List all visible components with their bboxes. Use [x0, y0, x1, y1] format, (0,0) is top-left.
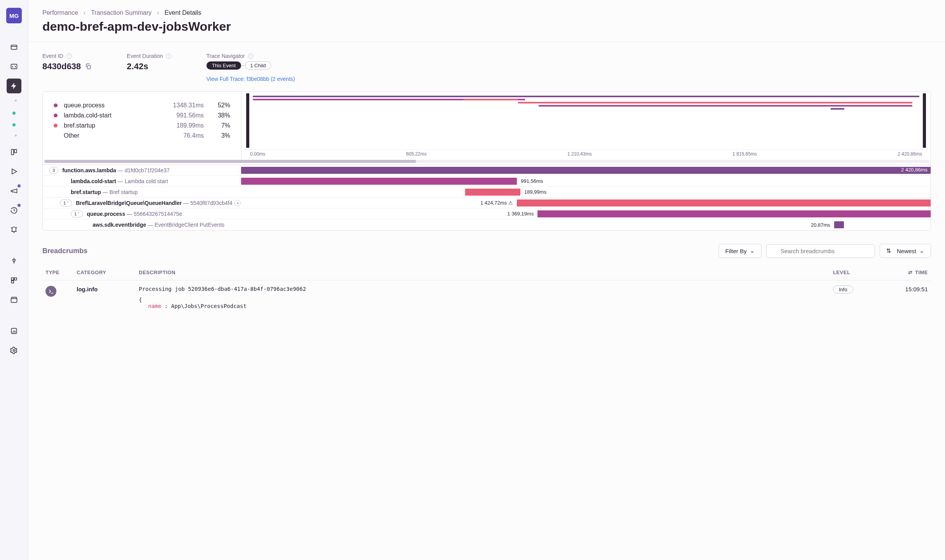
terminal-icon	[46, 286, 56, 297]
op-row: bref.startup 189.99ms 7%	[54, 121, 230, 131]
breadcrumb-item[interactable]: Performance	[42, 9, 78, 16]
breadcrumbs-section: Breadcrumbs Filter By⌄ ⇅Newest⌄ TYPE CAT…	[28, 240, 945, 315]
op-row: lambda.cold-start 991.56ms 38%	[54, 110, 230, 121]
svg-rect-3	[14, 149, 17, 152]
svg-rect-6	[14, 278, 17, 280]
bc-description: Processing job 520936e6-dba6-417a-8b4f-0…	[139, 286, 827, 292]
main-content: Performance › Transaction Summary › Even…	[28, 0, 945, 560]
help-icon[interactable]: ?	[166, 53, 172, 59]
page-title: demo-bref-apm-dev-jobsWorker	[42, 19, 931, 34]
span-row[interactable]: aws.sdk.eventbridge — EventBridgeClient …	[43, 219, 931, 230]
span-row[interactable]: bref.startup — Bref startup 189,99ms	[43, 187, 931, 198]
nav-pin-icon[interactable]	[7, 254, 21, 268]
svg-rect-0	[11, 45, 17, 49]
chevron-right-icon: ›	[157, 9, 159, 16]
nav-dot-4[interactable]	[7, 133, 21, 140]
col-description: DESCRIPTION	[136, 265, 830, 280]
col-category: CATEGORY	[74, 265, 136, 280]
legend-dot	[54, 124, 58, 128]
nav-play-icon[interactable]	[7, 164, 21, 179]
minimap-handle-right[interactable]	[923, 93, 926, 148]
nav-grid-icon[interactable]	[7, 273, 21, 288]
svg-marker-4	[12, 169, 17, 174]
child-pill[interactable]: 1 Child	[245, 61, 271, 70]
svg-rect-8	[11, 299, 17, 303]
legend-dot	[54, 103, 58, 107]
bc-time: 15:09:51	[877, 280, 931, 315]
page-header: Performance › Transaction Summary › Even…	[28, 0, 945, 42]
svg-rect-5	[11, 278, 14, 280]
chevron-up-icon: ˄	[78, 212, 79, 215]
sort-button[interactable]: ⇅Newest⌄	[880, 244, 931, 258]
chevron-down-icon: ⌄	[750, 247, 755, 254]
breadcrumbs-title: Breadcrumbs	[42, 247, 88, 255]
span-tree: 3 function.aws.lambda — d1fd0cb71f204e37…	[43, 164, 931, 230]
breadcrumb-row[interactable]: log.info Processing job 520936e6-dba6-41…	[42, 280, 931, 315]
nav-stats-icon[interactable]	[7, 324, 21, 338]
nav-history-icon[interactable]	[7, 203, 21, 218]
svg-rect-2	[11, 149, 14, 154]
bc-category: log.info	[77, 286, 98, 292]
duration-value: 2.42s	[127, 61, 172, 72]
nav-code-icon[interactable]	[7, 59, 21, 74]
sort-icon: ⇄	[908, 270, 913, 275]
span-count-badge[interactable]: 1˄	[71, 210, 83, 217]
span-row[interactable]: 1˄ Bref\LaravelBridge\Queue\QueueHandler…	[43, 198, 931, 208]
svg-rect-1	[11, 64, 17, 69]
op-row: Other 76.4ms 3%	[54, 131, 230, 141]
op-row: queue.process 1348.31ms 52%	[54, 100, 230, 110]
help-icon[interactable]: ?	[66, 53, 72, 59]
sort-icon: ⇅	[886, 247, 891, 254]
sidebar: MG	[0, 0, 28, 560]
span-row[interactable]: 3 function.aws.lambda — d1fd0cb71f204e37…	[43, 165, 931, 176]
svg-point-10	[13, 350, 15, 352]
horizontal-scrollbar[interactable]	[44, 160, 929, 163]
chevron-right-icon: ›	[84, 9, 86, 16]
span-row[interactable]: 1˄ queue.process — 556643267514475e 1 36…	[43, 208, 931, 219]
warning-icon: ⚠	[508, 200, 513, 206]
bc-json: { name : App\Jobs\ProcessPodcast	[139, 297, 827, 309]
nav-dot-3[interactable]	[7, 121, 21, 128]
breadcrumb: Performance › Transaction Summary › Even…	[42, 9, 931, 16]
connector	[241, 65, 246, 66]
avatar[interactable]: MG	[6, 8, 22, 23]
copy-icon[interactable]	[85, 63, 92, 70]
legend-dot	[54, 134, 58, 138]
col-time[interactable]: ⇄TIME	[877, 265, 931, 280]
span-count-badge[interactable]: 1˄	[60, 200, 72, 206]
search-breadcrumbs-input[interactable]	[766, 244, 875, 258]
breadcrumb-item[interactable]: Transaction Summary	[91, 9, 152, 16]
span-count-badge[interactable]: 3	[49, 167, 58, 174]
legend-dot	[54, 114, 58, 117]
view-full-trace-link[interactable]: View Full Trace: f3be08bb (2 events)	[206, 76, 295, 82]
nav-dot-1[interactable]	[7, 98, 21, 105]
nav-megaphone-icon[interactable]	[7, 184, 21, 198]
this-event-pill[interactable]: This Event	[206, 61, 241, 70]
svg-rect-11	[88, 66, 91, 69]
nav-archive-icon[interactable]	[7, 292, 21, 307]
breadcrumbs-table: TYPE CATEGORY DESCRIPTION LEVEL ⇄TIME lo…	[42, 265, 931, 315]
event-id-value: 8430d638	[42, 61, 81, 72]
nav-settings-icon[interactable]	[7, 343, 21, 358]
trace-minimap[interactable]: 0,00ms 605,22ms 1 210,43ms 1 815,65ms 2 …	[241, 92, 931, 160]
event-meta: Event ID? 8430d638 Event Duration? 2.42s…	[28, 42, 945, 88]
col-type: TYPE	[42, 265, 74, 280]
minimap-handle-left[interactable]	[246, 93, 249, 148]
nav-projects-icon[interactable]	[7, 40, 21, 54]
event-id-label: Event ID?	[42, 53, 92, 59]
nav-performance-icon[interactable]	[7, 79, 21, 93]
chevron-up-icon: ˄	[67, 201, 68, 205]
expand-icon[interactable]: +	[234, 200, 241, 206]
nav-alerts-icon[interactable]	[7, 222, 21, 237]
time-axis: 0,00ms 605,22ms 1 210,43ms 1 815,65ms 2 …	[245, 149, 928, 160]
nav-dot-2[interactable]	[7, 110, 21, 117]
help-icon[interactable]: ?	[248, 53, 254, 59]
duration-label: Event Duration?	[127, 53, 172, 59]
level-badge: Info	[833, 285, 853, 294]
span-row[interactable]: lambda.cold-start — Lambda cold start 99…	[43, 176, 931, 187]
trace-nav-label: Trace Navigator?	[206, 53, 295, 59]
breadcrumb-current: Event Details	[164, 9, 201, 16]
filter-by-button[interactable]: Filter By⌄	[719, 244, 761, 258]
nav-dashboard-icon[interactable]	[7, 145, 21, 159]
chevron-down-icon: ⌄	[919, 247, 924, 254]
